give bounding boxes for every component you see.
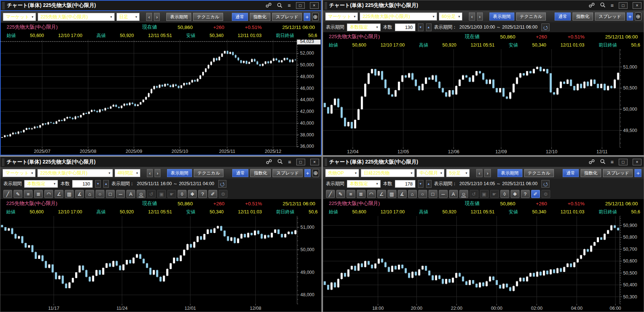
drawtool-speed-lines-icon[interactable]: ∡ [398, 190, 407, 198]
maximize-icon[interactable]: □ [619, 159, 628, 165]
indexed-mode-button[interactable]: 指数化 [581, 169, 601, 177]
maximize-icon[interactable]: □ [619, 2, 628, 9]
count-up-button[interactable]: ▲ [426, 23, 432, 31]
market-dropdown[interactable]: マーケット▼ [3, 169, 36, 177]
drawtool-pentagon-icon[interactable]: ⌂ [408, 190, 417, 198]
drawtool-speed-lines-icon[interactable]: ∡ [75, 190, 84, 198]
drawtool-parallel-lines-icon[interactable]: ≣ [34, 190, 43, 198]
link-icon[interactable] [589, 159, 595, 165]
drawtool-revert-icon[interactable]: ? [198, 190, 207, 198]
reload-icon[interactable]: ⭯ [541, 23, 549, 31]
link-icon[interactable] [266, 3, 272, 8]
chevron-right-icon[interactable]: › [477, 12, 483, 21]
candlestick-chart-4hour[interactable]: 11/1711/2412/0112/0851,00050,00049,00048… [0, 216, 321, 312]
market-dropdown[interactable]: マーケット▼ [325, 12, 358, 21]
zoom-in-icon[interactable]: ⊕ [635, 12, 641, 21]
contract-month-dropdown[interactable]: 中心限月▼ [417, 169, 444, 177]
drawtool-parallel-lines-icon[interactable]: ≣ [357, 190, 366, 198]
search-icon[interactable] [600, 159, 606, 165]
menu-icon[interactable]: ≡ [288, 3, 290, 8]
close-icon[interactable]: × [633, 159, 641, 165]
window-titlebar[interactable]: チャート(単体) 225先物大阪(中心限月) ≡ □ × [0, 157, 321, 167]
drawtool-ruler-icon[interactable]: ✎ [336, 190, 345, 198]
close-icon[interactable]: × [310, 2, 319, 9]
link-icon[interactable] [266, 159, 272, 165]
display-period-button[interactable]: 表示期間 [167, 169, 192, 177]
link-icon[interactable] [589, 3, 595, 8]
drawtool-circle-icon[interactable]: ○ [418, 190, 427, 198]
chevron-left-icon[interactable]: ‹ [476, 169, 482, 177]
candlestick-chart-daily[interactable]: 2025/072025/082025/092025/102025/112025/… [1, 40, 321, 155]
zoom-in-icon[interactable]: ⊕ [312, 169, 319, 177]
search-icon[interactable] [277, 3, 282, 9]
bar-count-input[interactable]: 178 [395, 180, 415, 188]
count-down-button[interactable]: ▼ [95, 180, 101, 188]
instrument-dropdown[interactable]: 225先物大阪(中心限月)▼ [38, 13, 115, 21]
instrument-dropdown[interactable]: 日経225先物▼ [361, 169, 415, 177]
drawtool-gann-fan-icon[interactable]: ∠ [55, 190, 63, 198]
drawtool-gann-fan-icon[interactable]: ∠ [377, 190, 386, 198]
zoom-in-icon[interactable]: ⊕ [312, 13, 319, 21]
drawtool-ruler-icon[interactable]: ✎ [14, 190, 22, 198]
drawtool-eraser-icon[interactable]: ◊ [500, 190, 509, 198]
drawtool-pencil-lock-icon[interactable]: ✐ [531, 190, 540, 198]
timeframe-dropdown[interactable]: 60分足▼ [439, 12, 463, 21]
drawtool-fibonacci-arc-icon[interactable]: ◠ [367, 190, 376, 198]
chevron-left-icon[interactable]: ‹ [147, 169, 153, 177]
candlestick-chart-5min[interactable]: 18:0020:0022:0000:0002:0004:0006:0050,90… [323, 216, 644, 312]
reload-icon[interactable]: ⭯ [541, 180, 549, 188]
drawtool-horizontal-lines-icon[interactable]: ≡ [347, 190, 355, 198]
drawtool-icon-stamp-icon[interactable]: ☺ICON [459, 190, 468, 198]
normal-mode-button[interactable]: 通常 [232, 169, 248, 177]
maximize-icon[interactable]: □ [296, 2, 305, 9]
candlestick-chart-60min[interactable]: 12/0412/0512/0612/0912/1012/1151,00050,5… [323, 49, 644, 155]
chevron-right-icon[interactable]: › [154, 13, 160, 21]
spread-mode-button[interactable]: スプレッド [273, 169, 302, 177]
display-period-button[interactable]: 表示期間 [489, 12, 514, 21]
drawtool-trend-line-icon[interactable]: ╱ [3, 190, 12, 198]
timeframe-dropdown[interactable]: 日足▼ [116, 13, 140, 21]
drawtool-circle-icon[interactable]: ○ [96, 190, 104, 198]
count-mode-dropdown[interactable]: 本数指定▼ [24, 180, 58, 188]
drawtool-icon-stamp-icon[interactable]: ☺ICON [137, 190, 145, 198]
add-chart-button[interactable]: ＋ [627, 12, 633, 21]
spread-mode-button[interactable]: スプレッド [603, 169, 633, 177]
chevron-left-icon[interactable]: ‹ [469, 12, 475, 21]
count-up-button[interactable]: ▲ [426, 180, 432, 188]
drawtool-pencil-lock-icon[interactable]: ✐ [208, 190, 217, 198]
drawtool-revert-icon[interactable]: ? [521, 190, 530, 198]
add-chart-button[interactable]: ＋ [634, 169, 641, 177]
display-period-button[interactable]: 表示期間 [497, 169, 522, 177]
menu-icon[interactable]: ≡ [611, 3, 614, 8]
indexed-mode-button[interactable]: 指数化 [250, 169, 271, 177]
drag-grip-icon[interactable] [2, 158, 4, 166]
market-dropdown[interactable]: マーケット▼ [3, 13, 36, 21]
technical-button[interactable]: テクニカル [524, 169, 554, 177]
display-period-button[interactable]: 表示期間 [166, 13, 191, 21]
search-icon[interactable] [277, 159, 283, 165]
drawtool-horizontal-line-icon[interactable]: ─ [116, 190, 125, 198]
timeframe-dropdown[interactable]: 5分足▼ [446, 169, 470, 177]
window-titlebar[interactable]: チャート(単体) 225先物大阪(中心限月) ≡ □ × [1, 1, 321, 11]
drawtool-horizontal-lines-icon[interactable]: ≡ [24, 190, 33, 198]
drawtool-text-icon[interactable]: A [126, 190, 135, 198]
count-mode-dropdown[interactable]: 本数指定▼ [347, 23, 381, 31]
count-mode-dropdown[interactable]: 本数指定▼ [347, 180, 381, 188]
timeframe-dropdown[interactable]: 4時間足▼ [115, 169, 140, 177]
drag-grip-icon[interactable] [2, 2, 5, 9]
drawtool-rectangle-icon[interactable]: □ [429, 190, 437, 198]
window-titlebar[interactable]: チャート(単体) 225先物大阪(中心限月) ≡ □ × [323, 157, 644, 167]
bar-count-input[interactable]: 130 [72, 180, 93, 188]
market-dropdown[interactable]: 先物OP▼ [325, 169, 359, 177]
close-icon[interactable]: × [633, 2, 641, 9]
count-up-button[interactable]: ▲ [103, 180, 109, 188]
drawtool-vertical-lines-icon[interactable]: ▥ [388, 190, 396, 198]
drawtool-horizontal-line-icon[interactable]: ─ [439, 190, 448, 198]
chevron-right-icon[interactable]: › [155, 169, 160, 177]
chevron-right-icon[interactable]: › [484, 169, 491, 177]
drawtool-fibonacci-arc-icon[interactable]: ◠ [44, 190, 53, 198]
spread-mode-button[interactable]: スプレッド [595, 12, 625, 21]
technical-button[interactable]: テクニカル [193, 13, 223, 21]
indexed-mode-button[interactable]: 指数化 [250, 13, 270, 21]
chevron-left-icon[interactable]: ‹ [146, 13, 152, 21]
